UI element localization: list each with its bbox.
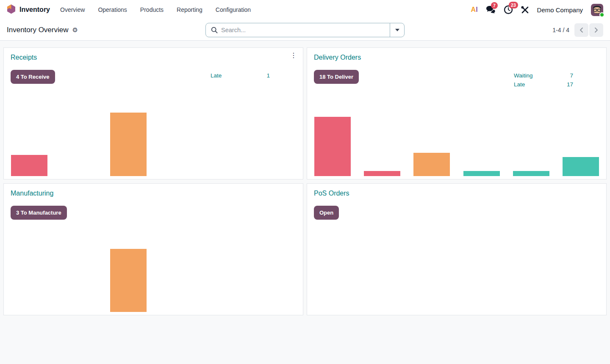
chart-slot bbox=[11, 108, 47, 176]
app-name: Inventory bbox=[19, 6, 50, 14]
online-status-dot bbox=[599, 12, 604, 17]
chart-slot bbox=[61, 244, 97, 312]
card-title[interactable]: Manufacturing bbox=[11, 190, 53, 197]
chart-bar[interactable] bbox=[110, 249, 147, 312]
search-input[interactable] bbox=[218, 23, 390, 37]
chart-slot bbox=[463, 108, 500, 176]
app-brand[interactable]: Inventory bbox=[7, 4, 50, 16]
messages-icon[interactable]: 7 bbox=[486, 6, 496, 14]
card-pos-orders: PoS Orders Open bbox=[307, 183, 607, 315]
chart-slot bbox=[259, 108, 296, 176]
chevron-right-icon bbox=[594, 27, 599, 33]
stat-label: Waiting bbox=[514, 71, 533, 80]
receipts-chart bbox=[4, 108, 303, 176]
chart-slot bbox=[210, 244, 246, 312]
page-title: Inventory Overview bbox=[7, 26, 69, 34]
kebab-menu-icon[interactable]: ⋮ bbox=[290, 52, 297, 59]
card-title[interactable]: Receipts bbox=[11, 54, 37, 61]
menu-reporting[interactable]: Reporting bbox=[176, 4, 203, 16]
pager-range: 1-4 / 4 bbox=[552, 27, 569, 33]
to-deliver-button[interactable]: 18 To Deliver bbox=[314, 70, 359, 84]
chart-bar[interactable] bbox=[314, 117, 351, 176]
menu-overview[interactable]: Overview bbox=[59, 4, 86, 16]
ai-icon[interactable]: AI bbox=[471, 6, 478, 14]
user-avatar[interactable] bbox=[591, 4, 603, 16]
top-navbar: Inventory Overview Operations Products R… bbox=[0, 0, 610, 19]
tools-icon[interactable] bbox=[521, 6, 529, 14]
menu-products[interactable]: Products bbox=[139, 4, 164, 16]
chart-bar[interactable] bbox=[413, 153, 450, 176]
stat-late[interactable]: Late 17 bbox=[514, 80, 573, 89]
menu-operations[interactable]: Operations bbox=[97, 4, 128, 16]
menu-configuration[interactable]: Configuration bbox=[215, 4, 252, 16]
stat-value: 7 bbox=[570, 71, 573, 80]
main-menu: Overview Operations Products Reporting C… bbox=[59, 4, 252, 16]
chart-slot bbox=[314, 108, 351, 176]
chart-slot bbox=[61, 108, 97, 176]
to-manufacture-button[interactable]: 3 To Manufacture bbox=[11, 206, 67, 220]
pager: 1-4 / 4 bbox=[552, 23, 603, 37]
card-stats: Late 1 bbox=[211, 71, 270, 80]
card-manufacturing: Manufacturing 3 To Manufacture bbox=[3, 183, 303, 315]
to-receive-button[interactable]: 4 To Receive bbox=[11, 70, 55, 84]
search-options-toggle[interactable] bbox=[390, 23, 404, 37]
chart-slot bbox=[11, 244, 47, 312]
search-bar bbox=[205, 23, 405, 37]
card-title[interactable]: Delivery Orders bbox=[314, 54, 361, 61]
activities-icon[interactable]: 23 bbox=[504, 5, 513, 14]
company-switcher[interactable]: Demo Company bbox=[537, 6, 583, 14]
systray: AI 7 23 Demo Company bbox=[471, 4, 603, 16]
chart-slot bbox=[413, 108, 450, 176]
card-title[interactable]: PoS Orders bbox=[314, 190, 349, 197]
chart-slot bbox=[513, 108, 549, 176]
open-button[interactable]: Open bbox=[314, 206, 339, 220]
messages-badge: 7 bbox=[491, 2, 498, 9]
inventory-app-icon bbox=[7, 4, 16, 16]
stat-late[interactable]: Late 1 bbox=[211, 71, 270, 80]
chart-slot bbox=[160, 108, 197, 176]
card-receipts: Receipts ⋮ 4 To Receive Late 1 bbox=[3, 47, 303, 179]
chart-bar[interactable] bbox=[563, 157, 599, 176]
inventory-overview-kanban: Receipts ⋮ 4 To Receive Late 1 Delivery … bbox=[0, 41, 610, 315]
chart-slot bbox=[364, 108, 400, 176]
stat-label: Late bbox=[514, 80, 525, 89]
card-stats: Waiting 7 Late 17 bbox=[514, 71, 573, 89]
stat-label: Late bbox=[211, 71, 222, 80]
chart-slot bbox=[563, 108, 599, 176]
chart-slot bbox=[259, 244, 296, 312]
card-delivery-orders: Delivery Orders 18 To Deliver Waiting 7 … bbox=[307, 47, 607, 179]
delivery-orders-chart bbox=[307, 108, 606, 176]
chart-bar[interactable] bbox=[513, 171, 549, 176]
stat-waiting[interactable]: Waiting 7 bbox=[514, 71, 573, 80]
activities-badge: 23 bbox=[509, 2, 518, 8]
chevron-down-icon bbox=[395, 29, 399, 31]
stat-value: 1 bbox=[266, 71, 270, 80]
chart-bar[interactable] bbox=[110, 113, 147, 176]
chart-bar[interactable] bbox=[463, 171, 500, 176]
manufacturing-chart bbox=[4, 244, 303, 312]
control-panel: Inventory Overview ⚙ 1-4 / 4 bbox=[0, 19, 610, 41]
chart-slot bbox=[110, 244, 147, 312]
chart-bar[interactable] bbox=[364, 171, 400, 176]
stat-value: 17 bbox=[567, 80, 573, 89]
gear-icon[interactable]: ⚙ bbox=[72, 27, 78, 33]
chart-bar[interactable] bbox=[11, 155, 47, 176]
breadcrumb: Inventory Overview ⚙ bbox=[7, 26, 78, 34]
chart-slot bbox=[210, 108, 246, 176]
chart-slot bbox=[110, 108, 147, 176]
chart-slot bbox=[160, 244, 197, 312]
chevron-left-icon bbox=[579, 27, 584, 33]
pager-next-button[interactable] bbox=[589, 23, 603, 37]
search-icon bbox=[206, 23, 218, 37]
pager-previous-button[interactable] bbox=[574, 23, 588, 37]
